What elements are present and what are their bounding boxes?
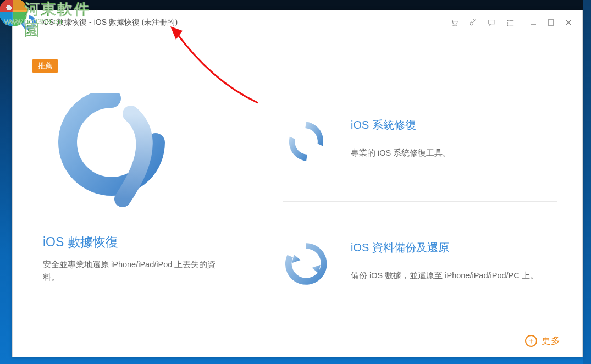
svg-point-0 <box>453 25 454 26</box>
backup-restore-desc: 備份 iOS 數據，並還原至 iPhone/iPad/iPod/PC 上。 <box>351 269 538 282</box>
system-repair-title: iOS 系統修復 <box>351 118 451 133</box>
card-backup-restore[interactable]: iOS 資料備份及還原 備份 iOS 數據，並還原至 iPhone/iPad/i… <box>283 201 557 324</box>
title-left: iOS 數據恢復 - iOS 數據恢復 (未注冊的) <box>21 15 178 30</box>
backup-restore-icon <box>283 240 330 288</box>
svg-point-5 <box>507 25 507 25</box>
system-repair-desc: 專業的 iOS 系統修復工具。 <box>351 147 451 159</box>
titlebar: iOS 數據恢復 - iOS 數據恢復 (未注冊的) <box>13 10 582 35</box>
minimize-button[interactable] <box>528 18 538 27</box>
feedback-icon[interactable] <box>487 18 496 27</box>
svg-point-2 <box>470 22 473 25</box>
window-controls <box>528 18 573 27</box>
menu-icon[interactable] <box>505 18 515 27</box>
app-window: iOS 數據恢復 - iOS 數據恢復 (未注冊的) 推薦 <box>12 10 583 357</box>
more-label: 更多 <box>542 334 560 347</box>
app-logo-icon <box>21 15 36 30</box>
close-button[interactable] <box>564 18 573 27</box>
backup-restore-title: iOS 資料備份及還原 <box>351 240 538 255</box>
desktop-top-strip <box>0 0 591 10</box>
card-system-repair[interactable]: iOS 系統修復 專業的 iOS 系統修復工具。 <box>283 101 557 201</box>
svg-point-4 <box>507 22 507 23</box>
svg-point-3 <box>507 20 507 20</box>
svg-rect-6 <box>548 20 554 25</box>
window-body: 推薦 <box>13 35 582 357</box>
key-icon[interactable] <box>468 18 478 27</box>
more-button[interactable]: ＋ 更多 <box>525 334 560 347</box>
data-recovery-desc: 安全並專業地還原 iPhone/iPad/iPod 上丟失的資料。 <box>43 258 230 284</box>
data-recovery-icon <box>51 87 172 219</box>
system-repair-icon <box>283 118 330 165</box>
window-title: iOS 數據恢復 - iOS 數據恢復 (未注冊的) <box>41 18 178 27</box>
title-right <box>449 18 573 27</box>
maximize-button[interactable] <box>546 18 556 27</box>
svg-point-1 <box>456 25 457 26</box>
desktop-right-strip <box>583 0 591 364</box>
data-recovery-title: iOS 數據恢復 <box>43 234 118 251</box>
recommended-badge: 推薦 <box>32 59 58 73</box>
cart-icon[interactable] <box>449 18 459 27</box>
plus-icon: ＋ <box>525 335 537 347</box>
card-data-recovery[interactable]: iOS 數據恢復 安全並專業地還原 iPhone/iPad/iPod 上丟失的資… <box>13 35 255 357</box>
